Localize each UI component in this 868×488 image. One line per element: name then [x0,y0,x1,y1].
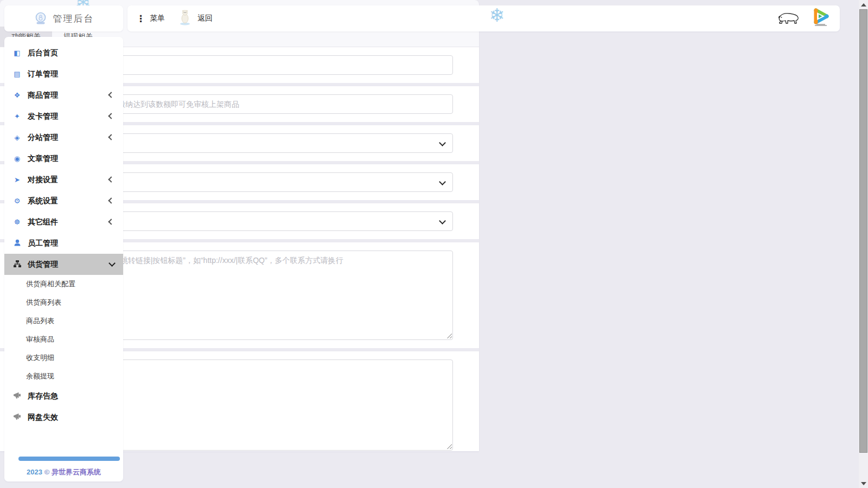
sidebar-item-system[interactable]: ⚙ 系统设置 [4,190,123,211]
sidebar-item-docking[interactable]: ➤ 对接设置 [4,169,123,190]
sidebar-subitem-supplier-list[interactable]: 供货商列表 [4,293,123,312]
chevron-left-icon [108,176,114,182]
megaphone-icon [12,391,22,401]
substation-icon: ◈ [12,133,22,142]
bear-sketch-icon[interactable] [777,9,801,28]
listing-deposit-input[interactable] [88,55,453,75]
vertical-scrollbar[interactable] [859,0,868,488]
products-icon: ❖ [12,91,22,99]
sidebar-subitem-supplier-config[interactable]: 供货商相关配置 [4,275,123,293]
sidebar-item-products[interactable]: ❖ 商品管理 [4,85,123,106]
chevron-left-icon [108,219,114,224]
chevron-down-icon [108,260,116,267]
menu-dots-icon[interactable]: ⋮ [136,14,145,23]
sidebar-item-substation[interactable]: ◈ 分站管理 [4,127,123,148]
megaphone-icon [12,413,22,422]
sidebar-item-home[interactable]: ◧ 后台首页 [4,42,123,63]
system-icon: ⚙ [12,197,22,205]
sidebar-item-cards[interactable]: ✦ 发卡管理 [4,106,123,127]
polar-bear-icon [179,9,191,28]
dashboard-icon: ◧ [12,49,22,57]
copyright: 2023 © 异世界云商系统 [4,467,123,477]
sidebar-subitem-income-detail[interactable]: 收支明细 [4,349,123,367]
sidebar-item-supply[interactable]: 供货管理 [4,254,123,275]
noreview-listing-select[interactable]: 关闭 [88,133,453,153]
withdraw-switch-select[interactable]: 关闭 [88,211,453,231]
sidebar-logo: 管理后台 [4,5,123,31]
articles-icon: ◉ [12,155,22,163]
announcement-textarea[interactable] [88,359,453,451]
app-title: 管理后台 [53,12,94,25]
sidebar-item-components[interactable]: ☸ 其它组件 [4,211,123,233]
chevron-left-icon [108,113,114,119]
chevron-left-icon [108,92,114,98]
topbar: ⋮ 菜单 返回 [127,5,840,31]
contact-textarea[interactable] [88,251,453,340]
sidebar-subitem-product-list[interactable]: 商品列表 [4,312,123,330]
supply-icon [12,260,22,269]
snowglobe-icon [34,11,48,25]
sidebar-item-netdisk-invalid[interactable]: 网盘失效 [4,407,123,428]
scroll-down-arrow-icon[interactable] [861,482,866,485]
sidebar-item-staff[interactable]: 员工管理 [4,233,123,254]
scroll-up-arrow-icon[interactable] [861,3,866,7]
scrollbar-thumb[interactable] [859,9,867,453]
staff-icon [12,239,22,248]
self-register-select[interactable]: 关闭 [88,172,453,192]
menu-button[interactable]: 菜单 [150,14,165,23]
chevron-left-icon [108,134,114,140]
noreview-deposit-input[interactable] [88,94,453,114]
chevron-left-icon [108,197,114,203]
video-play-logo-icon[interactable] [810,6,831,31]
cards-icon: ✦ [12,112,22,120]
components-icon: ☸ [12,218,22,226]
sidebar-item-stock-alert[interactable]: 库存告急 [4,386,123,407]
sidebar-footer-bar [18,457,120,461]
sidebar-subitem-balance-withdraw[interactable]: 余额提现 [4,367,123,386]
snowflake-icon: ❄ [489,4,505,26]
sidebar-item-orders[interactable]: ▤ 订单管理 [4,63,123,85]
orders-icon: ▤ [12,70,22,78]
sidebar: ◧ 后台首页 ▤ 订单管理 ❖ 商品管理 ✦ 发卡管理 ◈ 分站管理 ◉ 文章管… [4,37,123,481]
back-button[interactable]: 返回 [197,14,213,23]
sidebar-subitem-review-products[interactable]: 审核商品 [4,330,123,349]
sidebar-item-articles[interactable]: ◉ 文章管理 [4,148,123,169]
docking-icon: ➤ [12,176,22,184]
